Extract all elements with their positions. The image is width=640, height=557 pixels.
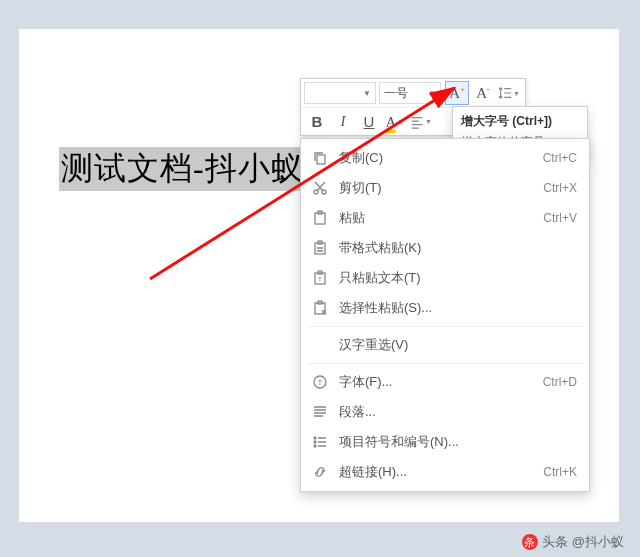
svg-point-16 [314, 445, 316, 447]
selected-text[interactable]: 测试文档-抖小蚁 [59, 147, 306, 191]
menu-item-label: 项目符号和编号(N)... [339, 433, 577, 451]
menu-item[interactable]: 超链接(H)...Ctrl+K [301, 457, 589, 487]
shrink-font-button[interactable]: A- [471, 81, 495, 105]
menu-item-shortcut: Ctrl+C [543, 151, 577, 165]
menu-item[interactable]: 项目符号和编号(N)... [301, 427, 589, 457]
menu-item-label: 剪切(T) [339, 179, 543, 197]
menu-item-label: 复制(C) [339, 149, 543, 167]
menu-item[interactable]: 段落... [301, 397, 589, 427]
grow-font-button[interactable]: A+ [445, 81, 469, 105]
context-menu: 复制(C)Ctrl+C剪切(T)Ctrl+X粘贴Ctrl+V带格式粘贴(K)T只… [300, 138, 590, 492]
italic-button[interactable]: I [331, 110, 355, 134]
menu-item[interactable]: 剪切(T)Ctrl+X [301, 173, 589, 203]
line-spacing-button[interactable]: ▼ [497, 81, 521, 105]
watermark-handle: @抖小蚁 [572, 533, 624, 551]
menu-item-label: 汉字重选(V) [339, 336, 577, 354]
svg-point-15 [314, 441, 316, 443]
font-size-value: 一号 [384, 85, 408, 102]
line-spacing-icon [498, 85, 512, 101]
copy-icon [309, 147, 331, 169]
menu-item-label: 字体(F)... [339, 373, 543, 391]
menu-item-label: 段落... [339, 403, 577, 421]
chevron-down-icon: ▼ [513, 90, 520, 97]
menu-item-label: 选择性粘贴(S)... [339, 299, 577, 317]
menu-item[interactable]: 粘贴Ctrl+V [301, 203, 589, 233]
svg-text:T: T [318, 276, 323, 283]
chevron-down-icon: ▼ [397, 118, 404, 125]
cut-icon [309, 177, 331, 199]
menu-item-shortcut: Ctrl+X [543, 181, 577, 195]
menu-item[interactable]: 选择性粘贴(S)... [301, 293, 589, 323]
highlight-button[interactable]: A ▼ [383, 110, 407, 134]
align-icon [410, 114, 424, 130]
font-size-field[interactable]: 一号 ▼ [379, 82, 441, 104]
svg-point-14 [314, 437, 316, 439]
menu-item-label: 带格式粘贴(K) [339, 239, 577, 257]
menu-separator [307, 363, 583, 364]
watermark: 条 头条 @抖小蚁 [522, 533, 624, 551]
menu-item[interactable]: 带格式粘贴(K) [301, 233, 589, 263]
menu-item-label: 超链接(H)... [339, 463, 543, 481]
link-icon [309, 461, 331, 483]
watermark-prefix: 头条 [542, 533, 568, 551]
menu-item[interactable]: 汉字重选(V) [301, 330, 589, 360]
typeface-icon: T [309, 371, 331, 393]
font-name-field[interactable]: ▼ [304, 82, 376, 104]
bold-button[interactable]: B [305, 110, 329, 134]
tooltip-title: 增大字号 (Ctrl+]) [461, 113, 579, 130]
pastesel-icon [309, 297, 331, 319]
menu-item-shortcut: Ctrl+V [543, 211, 577, 225]
menu-item-shortcut: Ctrl+K [543, 465, 577, 479]
menu-item[interactable]: T字体(F)...Ctrl+D [301, 367, 589, 397]
paste-icon [309, 207, 331, 229]
paragraph-icon [309, 401, 331, 423]
chevron-down-icon: ▼ [428, 89, 436, 98]
bullets-icon [309, 431, 331, 453]
pastetxt-icon: T [309, 267, 331, 289]
menu-item-shortcut: Ctrl+D [543, 375, 577, 389]
watermark-icon: 条 [522, 534, 538, 550]
menu-item[interactable]: 复制(C)Ctrl+C [301, 143, 589, 173]
pastefmt-icon [309, 237, 331, 259]
chevron-down-icon: ▼ [363, 89, 371, 98]
align-button[interactable]: ▼ [409, 110, 433, 134]
menu-item-label: 只粘贴文本(T) [339, 269, 577, 287]
svg-text:T: T [318, 378, 323, 387]
svg-rect-0 [317, 155, 325, 164]
menu-item-label: 粘贴 [339, 209, 543, 227]
chevron-down-icon: ▼ [425, 118, 432, 125]
blank-icon [309, 334, 331, 356]
underline-button[interactable]: U [357, 110, 381, 134]
menu-item[interactable]: T只粘贴文本(T) [301, 263, 589, 293]
menu-separator [307, 326, 583, 327]
